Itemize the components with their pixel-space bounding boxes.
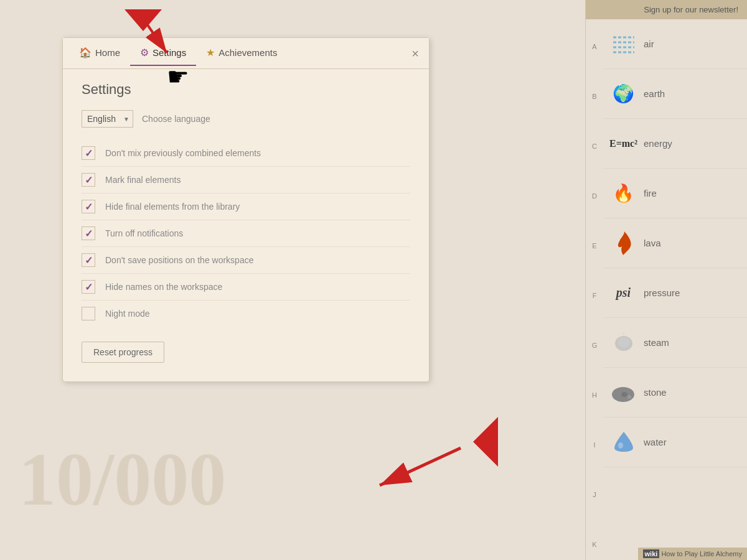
right-sidebar: Sign up for our newsletter! A B C D E F … [585,0,747,560]
water-icon [609,428,637,456]
alpha-D[interactable]: D [592,171,597,221]
element-energy-label: energy [644,138,672,149]
alpha-J[interactable]: J [593,470,596,520]
settings-title: Settings [82,82,410,98]
checkbox-no-mix[interactable] [82,146,95,160]
alpha-E[interactable]: E [592,221,596,271]
element-pressure[interactable]: psi pressure [603,268,747,318]
checkbox-row-no-mix: Don't mix previously combined elements [82,140,410,167]
checkbox-label-hide-names: Hide names on the workspace [105,282,222,292]
element-air-label: air [644,39,654,49]
wikihow-how: How to Play Little Alchemy [661,550,742,558]
reset-progress-button[interactable]: Reset progress [82,342,164,363]
home-icon: 🏠 [79,47,92,58]
earth-icon: 🌍 [609,80,637,108]
element-energy[interactable]: E=mc² energy [603,119,747,169]
svg-point-10 [618,337,630,347]
language-select-wrapper[interactable]: English Spanish French German Italian [82,110,133,128]
settings-icon: ⚙ [140,47,149,58]
checkbox-row-mark-final: Mark final elements [82,167,410,194]
modal-content: Settings English Spanish French German I… [63,69,429,381]
element-stone-label: stone [644,387,667,398]
alpha-C[interactable]: C [592,121,597,171]
alpha-K[interactable]: K [592,520,596,560]
element-lava-label: lava [644,238,661,248]
element-stone[interactable]: stone [603,368,747,418]
settings-modal: 🏠 Home ⚙ Settings ★ Achievements × Setti… [62,37,430,382]
alphabet-column: A B C D E F G H I J K L M N O P Q R [586,19,603,560]
watermark: 10/000 [19,437,226,523]
element-fire[interactable]: 🔥 fire [603,169,747,218]
newsletter-bar: Sign up for our newsletter! [586,0,747,19]
fire-icon: 🔥 [609,179,637,207]
element-air[interactable]: air [603,19,747,69]
checkbox-hide-names[interactable] [82,280,95,294]
tab-settings-label: Settings [153,47,186,58]
newsletter-text: Sign up for our newsletter! [644,5,738,14]
svg-point-14 [618,442,623,449]
alpha-B[interactable]: B [592,72,596,121]
checkbox-mark-final[interactable] [82,173,95,187]
svg-point-13 [627,395,631,399]
tab-achievements[interactable]: ★ Achievements [196,40,287,66]
element-pressure-label: pressure [644,287,680,298]
stone-icon [609,378,637,406]
lava-icon [609,229,637,257]
tab-settings[interactable]: ⚙ Settings [130,40,196,66]
checkbox-label-no-mix: Don't mix previously combined elements [105,148,261,158]
alpha-F[interactable]: F [593,271,597,320]
checkbox-label-night-mode: Night mode [105,309,150,319]
checkbox-row-hide-names: Hide names on the workspace [82,274,410,301]
wikihow-badge: wiki How to Play Little Alchemy [638,548,747,560]
checkbox-label-no-notif: Turn off notifications [105,228,183,238]
energy-icon: E=mc² [609,129,637,157]
element-earth-label: earth [644,88,665,99]
alpha-H[interactable]: H [592,370,597,420]
alphabet-elements-list: A B C D E F G H I J K L M N O P Q R [586,19,747,560]
alpha-G[interactable]: G [592,320,598,370]
checkbox-label-mark-final: Mark final elements [105,175,181,185]
tab-home-label: Home [95,47,120,58]
checkboxes-container: Don't mix previously combined elements M… [82,140,410,327]
language-select[interactable]: English Spanish French German Italian [82,110,133,128]
checkbox-night-mode[interactable] [82,307,95,320]
checkbox-label-no-save-pos: Don't save positions on the workspace [105,255,253,265]
checkbox-row-no-notif: Turn off notifications [82,220,410,247]
element-lava[interactable]: lava [603,218,747,268]
tab-bar: 🏠 Home ⚙ Settings ★ Achievements × [63,38,429,69]
element-water[interactable]: water [603,418,747,467]
air-icon [609,30,637,58]
choose-language-label: Choose language [142,114,210,124]
pressure-icon: psi [609,279,637,307]
tab-achievements-label: Achievements [218,47,277,58]
checkbox-row-hide-final: Hide final elements from the library [82,194,410,220]
element-steam[interactable]: steam [603,318,747,368]
element-fire-label: fire [644,188,657,198]
steam-icon [609,329,637,357]
checkbox-row-night-mode: Night mode [82,301,410,327]
checkbox-no-save-pos[interactable] [82,253,95,267]
tab-home[interactable]: 🏠 Home [69,40,130,66]
close-button[interactable]: × [411,47,419,60]
checkbox-no-notif[interactable] [82,226,95,240]
element-water-label: water [644,437,667,447]
checkbox-hide-final[interactable] [82,200,95,213]
alpha-I[interactable]: I [593,420,595,470]
element-earth[interactable]: 🌍 earth [603,69,747,119]
svg-point-12 [621,392,627,397]
element-steam-label: steam [644,337,669,348]
language-row: English Spanish French German Italian Ch… [82,110,410,128]
star-icon: ★ [206,47,215,58]
alpha-A[interactable]: A [592,22,596,72]
checkbox-row-no-save-pos: Don't save positions on the workspace [82,247,410,274]
elements-column: air 🌍 earth E=mc² energy 🔥 fire [603,19,747,560]
checkbox-label-hide-final: Hide final elements from the library [105,202,240,212]
wikihow-wiki: wiki [643,549,660,558]
